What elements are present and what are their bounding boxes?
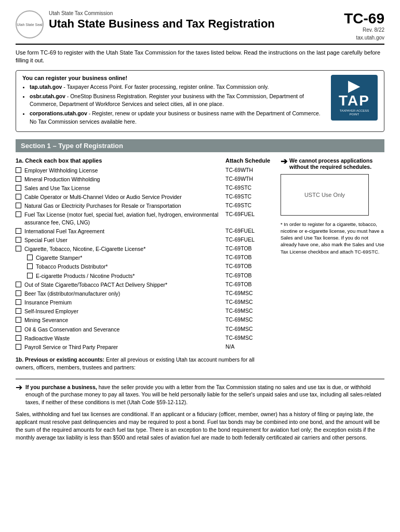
schedule-cable: TC-69STC (225, 193, 272, 200)
header-divider (16, 44, 384, 45)
tap-logo-subtitle: TAXPAYER ACCESS POINT (335, 109, 374, 116)
1b-label: 1b. Previous or existing accounts: (16, 356, 104, 363)
check-item-cig-stamper: Cigarette Stamper* TC-69TOB (16, 254, 272, 261)
section-1b: 1b. Previous or existing accounts: Enter… (16, 356, 272, 371)
check-item-sales-use: Sales and Use Tax License TC-69STC (16, 184, 272, 192)
checkbox-payroll[interactable] (16, 344, 21, 350)
agency-name: Utah State Tax Commission (49, 10, 275, 16)
schedule-tobacco-dist: TC-69TOB (225, 263, 272, 269)
schedule-fuel-tax: TC-69FUEL (225, 211, 272, 217)
header-right: TC-69 Rev. 8/22 tax.utah.gov (344, 10, 384, 41)
header-left: Utah State Seal Utah State Tax Commissio… (16, 10, 275, 38)
header-titles: Utah State Tax Commission Utah State Bus… (49, 10, 275, 31)
check-item-natural-gas: Natural Gas or Electricity Purchases for… (16, 202, 272, 209)
rev-info: Rev. 8/22 (344, 27, 384, 33)
schedule-mineral-production: TC-69WTH (225, 176, 272, 182)
schedule-self-insured: TC-69MSC (225, 308, 272, 314)
schedule-ecig: TC-69TOB (225, 272, 272, 278)
purchase-note: ➔ If you purchase a business, have the s… (16, 383, 384, 406)
schedule-pact: TC-69TOB (225, 281, 272, 287)
tap-registration-box: You can register your business online! t… (16, 70, 384, 132)
label-mineral-production: Mineral Production Withholding (24, 176, 222, 183)
checkbox-ifta[interactable] (16, 228, 21, 234)
purchase-note-text: If you purchase a business, have the sel… (25, 383, 384, 406)
page-header: Utah State Seal Utah State Tax Commissio… (16, 10, 384, 41)
check-item-oil-gas: Oil & Gas Conservation and Severance TC-… (16, 326, 272, 333)
label-ifta: International Fuel Tax Agreement (24, 228, 222, 235)
checkbox-ecig[interactable] (27, 273, 33, 278)
check-item-radioactive: Radioactive Waste TC-69MSC (16, 335, 272, 342)
label-fuel-tax: Fuel Tax License (motor fuel, special fu… (24, 211, 222, 225)
checkbox-sales-use[interactable] (16, 185, 21, 191)
tap-box-content: You can register your business online! t… (22, 75, 325, 127)
form-number: TC-69 (344, 10, 384, 27)
checkbox-cable[interactable] (16, 194, 21, 200)
tap-box-list: tap.utah.gov - Taxpayer Access Point. Fo… (22, 83, 325, 126)
left-column: 1a. Check each box that applies Attach S… (16, 157, 272, 371)
ustc-label: USTC Use Only (304, 192, 345, 198)
schedule-cigarette: TC-69TOB (225, 245, 272, 251)
checkbox-mining[interactable] (16, 317, 21, 323)
checkbox-mineral-production[interactable] (16, 176, 21, 182)
label-mining: Mining Severance (24, 316, 222, 324)
intro-text: Use form TC-69 to register with the Utah… (16, 49, 384, 65)
checkbox-cig-stamper[interactable] (27, 255, 33, 260)
main-content: 1a. Check each box that applies Attach S… (16, 157, 384, 371)
check-item-mining: Mining Severance TC-69MSC (16, 316, 272, 324)
purchase-bold: If you purchase a business, (25, 384, 97, 390)
checkbox-fuel-tax[interactable] (16, 211, 21, 217)
check-item-self-insured: Self-Insured Employer TC-69MSC (16, 308, 272, 315)
tap-bullet-2: osbr.utah.gov - OneStop Business Registr… (30, 92, 325, 109)
checkbox-cigarette[interactable] (16, 246, 21, 251)
schedule-beer: TC-69MSC (225, 290, 272, 296)
label-cable: Cable Operator or Multi-Channel Video or… (24, 193, 222, 201)
schedule-mining: TC-69MSC (225, 316, 272, 323)
label-oil-gas: Oil & Gas Conservation and Severance (24, 326, 222, 333)
1a-label: 1a. Check each box that applies (16, 157, 221, 164)
checkbox-beer[interactable] (16, 290, 21, 296)
ustc-box: USTC Use Only (281, 174, 369, 216)
form-title: Utah State Business and Tax Registration (49, 17, 275, 31)
check-item-ifta: International Fuel Tax Agreement TC-69FU… (16, 228, 272, 235)
label-beer: Beer Tax (distributor/manufacturer only) (24, 290, 222, 297)
body-para-1: Sales, withholding and fuel tax licenses… (16, 410, 384, 442)
schedule-special-fuel: TC-69FUEL (225, 236, 272, 243)
checkbox-self-insured[interactable] (16, 308, 21, 314)
label-sales-use: Sales and Use Tax License (24, 184, 222, 192)
tap-box-title: You can register your business online! (22, 75, 325, 81)
schedule-oil-gas: TC-69MSC (225, 326, 272, 332)
checkbox-employer-withholding[interactable] (16, 167, 21, 173)
label-ecig: E-cigarette Products / Nicotine Products… (36, 272, 222, 280)
schedule-cig-stamper: TC-69TOB (225, 254, 272, 260)
label-payroll: Payroll Service or Third Party Preparer (24, 343, 222, 351)
label-special-fuel: Special Fuel User (24, 236, 222, 244)
checkbox-oil-gas[interactable] (16, 326, 21, 332)
right-column: ➔ We cannot process applications without… (281, 157, 384, 371)
schedule-natural-gas: TC-69STC (225, 202, 272, 208)
arrow-note: ➔ We cannot process applications without… (281, 157, 384, 170)
check-item-pact: Out of State Cigarette/Tobacco PACT Act … (16, 281, 272, 288)
schedule-insurance: TC-69MSC (225, 299, 272, 305)
check-item-insurance: Insurance Premium TC-69MSC (16, 299, 272, 306)
checkbox-radioactive[interactable] (16, 335, 21, 341)
tap-logo: ▶ TAP TAXPAYER ACCESS POINT (331, 75, 378, 121)
checkbox-natural-gas[interactable] (16, 203, 21, 208)
schedule-ifta: TC-69FUEL (225, 228, 272, 234)
label-cigarette: Cigarette, Tobacco, Nicotine, E-Cigarett… (24, 245, 222, 252)
label-tobacco-dist: Tobacco Products Distributor* (36, 263, 222, 270)
check-item-tobacco-dist: Tobacco Products Distributor* TC-69TOB (16, 263, 272, 270)
check-item-ecig: E-cigarette Products / Nicotine Products… (16, 272, 272, 280)
checkbox-insurance[interactable] (16, 299, 21, 305)
label-pact: Out of State Cigarette/Tobacco PACT Act … (24, 281, 222, 288)
checkbox-special-fuel[interactable] (16, 237, 21, 243)
checkbox-pact[interactable] (16, 282, 21, 287)
section1-header: Section 1 – Type of Registration (16, 139, 384, 152)
check-item-mineral-production: Mineral Production Withholding TC-69WTH (16, 176, 272, 183)
right-arrow-icon: ➔ (281, 157, 287, 166)
arrow-note-text: We cannot process applications without t… (289, 157, 384, 170)
schedule-employer-withholding: TC-69WTH (225, 167, 272, 173)
purchase-arrow-icon: ➔ (16, 383, 22, 406)
label-natural-gas: Natural Gas or Electricity Purchases for… (24, 202, 222, 209)
checkbox-tobacco-dist[interactable] (27, 263, 33, 269)
bottom-section: ➔ If you purchase a business, have the s… (16, 379, 384, 442)
